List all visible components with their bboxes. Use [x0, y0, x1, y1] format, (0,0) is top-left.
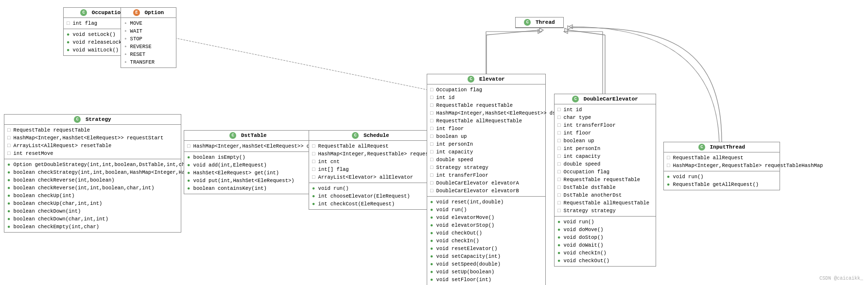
- doublecar-method-5: void checkIn(): [557, 249, 653, 257]
- schedule-header: C Schedule: [309, 131, 432, 141]
- doublecar-field-2: char type: [557, 114, 653, 121]
- dsttable-field-1: HashMap<Integer,HashSet<EleRequest>> dst…: [187, 142, 309, 150]
- dsttable-header: C DstTable: [184, 131, 312, 141]
- thread-header: C Thread: [516, 17, 563, 28]
- schedule-method-2: int chooseElevator(EleRequest): [312, 192, 429, 200]
- doublecar-field-5: boolean up: [557, 137, 653, 145]
- doublecar-field-6: int personIn: [557, 145, 653, 152]
- svg-line-12: [569, 30, 605, 35]
- option-reverse: ◦ REVERSE: [124, 43, 173, 50]
- schedule-field-1: RequestTable allRequest: [312, 142, 429, 150]
- elevator-field-14: DoubleCarElevator elevatorB: [430, 187, 542, 195]
- elevator-field-13: DoubleCarElevator elevatorA: [430, 179, 542, 187]
- schedule-field-3: int cnt: [312, 158, 429, 166]
- doublecar-field-14: Strategy strategy: [557, 207, 653, 215]
- inputthread-methods: void run() RequestTable getAllRequest(): [664, 171, 780, 190]
- watermark: CSDN @caicaikk_: [819, 276, 863, 281]
- elevator-field-3: RequestTable requestTable: [430, 101, 542, 109]
- elevator-methods: void reset(int,double) void run() void e…: [427, 197, 545, 285]
- svg-marker-6: [569, 25, 573, 29]
- dsttable-method-3: HashSet<EleRequest> get(int): [187, 169, 309, 177]
- elevator-method-9: void setSpeed(double): [430, 260, 542, 268]
- doublecar-field-10: RequestTable requestTable: [557, 176, 653, 184]
- elevator-field-5: RequestTable allRequestTable: [430, 117, 542, 125]
- inputthread-circle: C: [698, 144, 705, 151]
- doublecar-field-11: DstTable dstTable: [557, 184, 653, 191]
- elevator-method-11: void setFloor(int): [430, 276, 542, 284]
- svg-marker-10: [539, 28, 543, 32]
- strategy-method-7: boolean checkDown(int): [7, 207, 178, 215]
- svg-marker-5: [564, 30, 568, 34]
- doublecar-fields: int id char type int transferFloor int f…: [555, 104, 656, 217]
- strategy-field-3: ArrayList<AllRequest> resetTable: [7, 142, 178, 150]
- option-values: ◦ MOVE ◦ WAIT ◦ STOP ◦ REVERSE ◦ RESET ◦…: [121, 18, 176, 67]
- option-move: ◦ MOVE: [124, 19, 173, 27]
- option-transfer: ◦ TRANSFER: [124, 58, 173, 66]
- elevator-method-10: void setUp(boolean): [430, 268, 542, 276]
- svg-marker-14: [568, 26, 571, 30]
- doublecar-class: C DoubleCarElevator int id char type int…: [554, 94, 656, 267]
- schedule-circle: C: [352, 132, 359, 139]
- elevator-method-4: void elevatorStop(): [430, 221, 542, 229]
- doublecar-field-13: RequestTable allRequestTable: [557, 199, 653, 207]
- strategy-fields: RequestTable requestTable HashMap<Intege…: [4, 125, 181, 159]
- inputthread-fields: RequestTable allRequest HashMap<Integer,…: [664, 152, 780, 171]
- doublecar-field-7: int capacity: [557, 152, 653, 160]
- strategy-method-4: boolean checkReverse(int,int,boolean,cha…: [7, 184, 178, 192]
- schedule-field-2: HashMap<Integer,RequestTable> requestTab…: [312, 150, 429, 158]
- doublecar-method-6: void checkOut(): [557, 257, 653, 265]
- elevator-method-5: void checkOut(): [430, 229, 542, 237]
- svg-line-7: [143, 32, 428, 90]
- strategy-method-1: Option getDoubleStrategy(int,int,boolean…: [7, 161, 178, 168]
- inputthread-method-2: RequestTable getAllRequest(): [667, 181, 777, 188]
- dsttable-circle: C: [229, 132, 236, 139]
- doublecar-method-4: void doWait(): [557, 241, 653, 249]
- elevator-method-3: void elevatorMove(): [430, 214, 542, 221]
- inputthread-header: C InputThread: [664, 142, 780, 152]
- svg-marker-13: [565, 28, 569, 32]
- inputthread-field-2: HashMap<Integer,RequestTable> requestTab…: [667, 162, 777, 169]
- elevator-field-10: double speed: [430, 156, 542, 164]
- option-reset: ◦ RESET: [124, 50, 173, 58]
- schedule-method-3: int checkCost(EleRequest): [312, 200, 429, 208]
- occupation-circle: C: [80, 9, 87, 16]
- elevator-field-1: Occupation flag: [430, 86, 542, 94]
- strategy-circle: C: [74, 116, 81, 123]
- schedule-field-5: ArrayList<Elevator> allElevator: [312, 173, 429, 181]
- elevator-class: C Elevator Occupation flag int id Reques…: [427, 74, 546, 285]
- option-stop: ◦ STOP: [124, 35, 173, 43]
- doublecar-header: C DoubleCarElevator: [555, 94, 656, 104]
- elevator-field-8: int personIn: [430, 140, 542, 148]
- option-class: E Option ◦ MOVE ◦ WAIT ◦ STOP ◦ REVERSE …: [121, 7, 176, 68]
- strategy-method-9: boolean checkEmpty(int,char): [7, 223, 178, 231]
- elevator-field-11: Strategy strategy: [430, 164, 542, 171]
- doublecar-field-4: int floor: [557, 129, 653, 137]
- elevator-circle: C: [468, 76, 474, 83]
- inputthread-class: C InputThread RequestTable allRequest Ha…: [663, 142, 780, 190]
- svg-marker-2: [538, 30, 542, 34]
- doublecar-field-12: DstTable anotherDst: [557, 191, 653, 199]
- dsttable-method-2: void add(int,EleRequest): [187, 161, 309, 169]
- svg-line-9: [486, 30, 539, 35]
- elevator-field-4: HashMap<Integer,HashSet<EleRequest>> dst…: [430, 109, 542, 117]
- doublecar-circle: C: [572, 96, 579, 102]
- doublecar-methods: void run() void doMove() void doStop() v…: [555, 217, 656, 266]
- thread-class: C Thread: [515, 17, 564, 28]
- strategy-class: C Strategy RequestTable requestTable Has…: [4, 114, 181, 233]
- doublecar-field-8: double speed: [557, 160, 653, 168]
- strategy-field-1: RequestTable requestTable: [7, 126, 178, 134]
- inputthread-field-1: RequestTable allRequest: [667, 154, 777, 162]
- strategy-field-2: HashMap<Integer,HashSet<EleRequest>> req…: [7, 134, 178, 142]
- dsttable-method-5: boolean containsKey(int): [187, 184, 309, 192]
- dsttable-methods: boolean isEmpty() void add(int,EleReques…: [184, 152, 312, 194]
- option-wait: ◦ WAIT: [124, 27, 173, 35]
- elevator-field-12: int transferFloor: [430, 171, 542, 179]
- dsttable-fields: HashMap<Integer,HashSet<EleRequest>> dst…: [184, 141, 312, 152]
- doublecar-field-9: Occupation flag: [557, 168, 653, 176]
- elevator-field-6: int floor: [430, 125, 542, 133]
- dsttable-class: C DstTable HashMap<Integer,HashSet<EleRe…: [184, 130, 312, 194]
- elevator-method-2: void run(): [430, 206, 542, 214]
- elevator-field-9: int capacity: [430, 148, 542, 156]
- schedule-class: C Schedule RequestTable allRequest HashM…: [309, 130, 433, 210]
- inputthread-method-1: void run(): [667, 173, 777, 181]
